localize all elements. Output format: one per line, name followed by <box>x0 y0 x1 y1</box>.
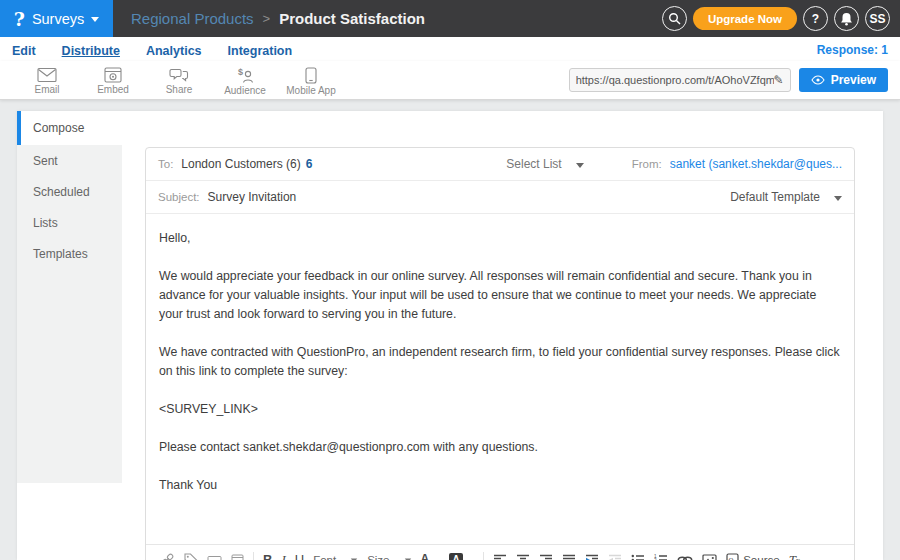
bold-button[interactable]: B <box>263 552 272 560</box>
body-paragraph: Hello, <box>159 229 841 248</box>
bg-color-a: A <box>449 553 463 560</box>
italic-button[interactable]: I <box>281 552 285 560</box>
recipient-count[interactable]: 6 <box>306 157 313 171</box>
font-label: Font <box>313 554 336 560</box>
edit-url-pencil-icon[interactable]: ✎ <box>774 73 784 87</box>
avatar[interactable]: SS <box>865 6 890 31</box>
top-header: ? Surveys Regional Products > Product Sa… <box>0 0 900 37</box>
numbered-list-icon: 1 2 3 <box>654 554 668 560</box>
compose-area: To: London Customers (6) 6 Select List F… <box>122 111 883 560</box>
embed-window-button[interactable] <box>231 554 244 560</box>
sidebar-item-sent[interactable]: Sent <box>17 145 122 176</box>
align-right-button[interactable] <box>539 554 553 560</box>
size-label: Size <box>367 554 389 560</box>
email-distribute-panel: Compose Sent Scheduled Lists Templates T… <box>17 111 883 560</box>
remove-format-button[interactable]: Tx <box>789 552 801 560</box>
indent-button[interactable] <box>585 554 599 560</box>
sidebar-item-templates[interactable]: Templates <box>17 238 122 269</box>
email-body-editor[interactable]: Hello, We would appreciate your feedback… <box>146 214 854 544</box>
sidebar-item-scheduled[interactable]: Scheduled <box>17 176 122 207</box>
select-list-label: Select List <box>506 157 561 171</box>
breadcrumb-current: Product Satisfaction <box>279 10 425 27</box>
sidebar-filler <box>17 269 122 483</box>
align-left-button[interactable] <box>493 554 507 560</box>
header-actions: Upgrade Now ? SS <box>662 6 900 31</box>
channel-share[interactable]: Share <box>146 65 212 95</box>
subject-row: Subject: Survey Invitation Default Templ… <box>146 181 854 214</box>
body-paragraph: We would appreciate your feedback in our… <box>159 267 841 324</box>
outdent-icon <box>608 554 622 560</box>
insert-link-button[interactable] <box>160 552 175 560</box>
source-button[interactable]: ‹› Source <box>726 553 779 560</box>
template-dropdown[interactable]: Default Template <box>730 190 842 204</box>
svg-text:$: $ <box>238 67 243 77</box>
from-sender[interactable]: sanket (sanket.shekdar@ques... <box>670 157 842 171</box>
eye-icon <box>811 75 825 85</box>
channel-email[interactable]: Email <box>14 65 80 95</box>
merge-tag-button[interactable] <box>184 553 198 560</box>
response-count[interactable]: Response: 1 <box>817 43 888 57</box>
align-center-button[interactable] <box>516 554 530 560</box>
text-field-icon <box>207 554 222 560</box>
bullet-list-button[interactable] <box>631 554 645 560</box>
insert-image-button[interactable] <box>702 554 717 560</box>
text-color-a: A <box>421 553 430 560</box>
upgrade-now-button[interactable]: Upgrade Now <box>693 7 797 30</box>
survey-url-field[interactable]: ✎ <box>569 68 791 92</box>
body-paragraph: Thank You <box>159 476 841 495</box>
breadcrumb-parent[interactable]: Regional Products <box>131 10 254 27</box>
survey-url-input[interactable] <box>576 74 774 86</box>
font-dropdown[interactable]: Font <box>313 554 358 560</box>
sidebar-item-lists[interactable]: Lists <box>17 207 122 238</box>
anchor-link-button[interactable] <box>677 555 693 560</box>
align-right-icon <box>539 554 553 560</box>
justify-button[interactable] <box>562 554 576 560</box>
to-row: To: London Customers (6) 6 Select List F… <box>146 148 854 181</box>
text-color-button[interactable]: A <box>421 553 441 560</box>
insert-field-button[interactable] <box>207 554 222 560</box>
background-color-button[interactable]: A <box>449 553 474 560</box>
surveys-app-menu[interactable]: ? Surveys <box>0 0 113 37</box>
source-doc-icon: ‹› <box>726 553 739 560</box>
search-button[interactable] <box>662 6 687 31</box>
tag-icon <box>184 553 198 560</box>
to-recipients[interactable]: London Customers (6) <box>181 157 300 171</box>
notifications-button[interactable] <box>834 6 859 31</box>
preview-label: Preview <box>831 73 876 87</box>
indent-icon <box>585 554 599 560</box>
tab-edit[interactable]: Edit <box>12 41 36 58</box>
image-icon <box>702 554 717 560</box>
channel-embed[interactable]: Embed <box>80 65 146 95</box>
search-icon <box>668 12 681 25</box>
clear-format-x: x <box>796 555 801 560</box>
share-bubbles-icon <box>169 67 189 83</box>
breadcrumb: Regional Products > Product Satisfaction <box>113 10 662 27</box>
tab-analytics[interactable]: Analytics <box>146 41 202 58</box>
align-center-icon <box>516 554 530 560</box>
breadcrumb-separator: > <box>263 11 271 26</box>
app-menu-label: Surveys <box>32 11 84 27</box>
sidebar-item-compose[interactable]: Compose <box>17 111 122 145</box>
link-oval-icon <box>677 555 693 560</box>
channel-audience[interactable]: $ Audience <box>212 65 278 96</box>
window-icon <box>231 554 244 560</box>
size-dropdown[interactable]: Size <box>367 554 411 560</box>
subject-input[interactable]: Survey Invitation <box>208 190 297 204</box>
template-label: Default Template <box>730 190 820 204</box>
tab-integration[interactable]: Integration <box>228 41 293 58</box>
outdent-button[interactable] <box>608 554 622 560</box>
channel-label: Email <box>34 84 59 95</box>
help-button[interactable]: ? <box>803 6 828 31</box>
bullet-list-icon <box>631 554 645 560</box>
from-label: From: <box>632 158 662 170</box>
underline-button[interactable]: U <box>295 552 304 560</box>
preview-button[interactable]: Preview <box>799 68 888 92</box>
chevron-down-icon <box>834 196 842 201</box>
chevron-down-icon <box>576 163 584 168</box>
svg-text:‹›: ‹› <box>729 556 734 560</box>
channel-mobile-app[interactable]: Mobile App <box>278 65 344 96</box>
select-list-dropdown[interactable]: Select List <box>506 157 583 171</box>
tab-distribute[interactable]: Distribute <box>62 41 120 58</box>
numbered-list-button[interactable]: 1 2 3 <box>654 554 668 560</box>
to-label: To: <box>158 158 173 170</box>
